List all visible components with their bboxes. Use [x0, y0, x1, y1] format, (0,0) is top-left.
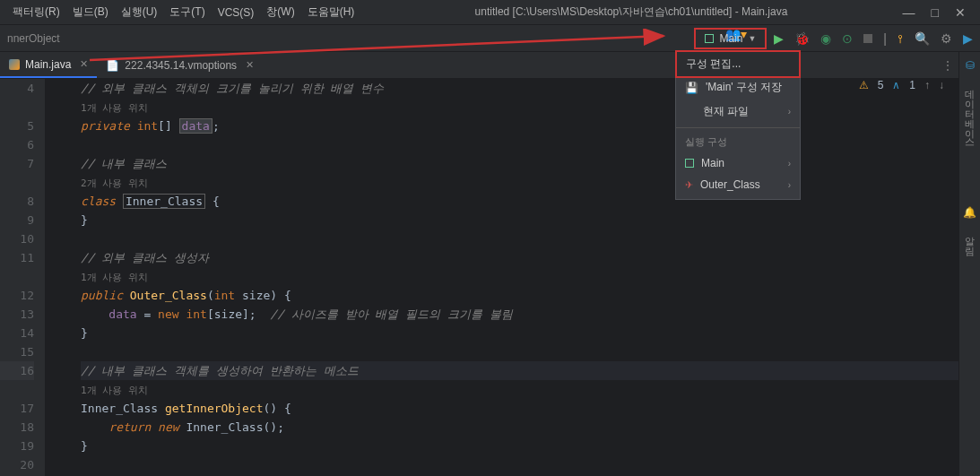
- keyword: private: [81, 119, 130, 133]
- close-icon[interactable]: ✕: [955, 5, 966, 20]
- more-icon[interactable]: ▶: [963, 31, 973, 46]
- down-icon[interactable]: ↓: [939, 79, 944, 91]
- class-name: Inner_Class: [123, 194, 205, 209]
- config-main-item[interactable]: Main ›: [676, 152, 800, 174]
- database-tool-icon[interactable]: ⛁: [966, 59, 975, 72]
- search-icon[interactable]: 🔍: [915, 31, 930, 46]
- usage-hint[interactable]: 1개 사용 위치: [81, 272, 148, 283]
- line-number[interactable]: 20: [0, 455, 34, 474]
- menu-tools[interactable]: 도구(T): [164, 1, 210, 23]
- line-number[interactable]: 7: [0, 154, 34, 173]
- run-config-dropdown: 구성 편집...: [675, 50, 801, 78]
- keyword: class: [81, 195, 116, 208]
- gutter[interactable]: 4 5 6 7 8 9 10 11 12 13 14 15 16 17 18 1…: [0, 79, 45, 476]
- stop-icon[interactable]: [863, 34, 872, 43]
- line-number[interactable]: 15: [0, 342, 34, 361]
- line-number[interactable]: 5: [0, 117, 34, 135]
- editor[interactable]: 4 5 6 7 8 9 10 11 12 13 14 15 16 17 18 1…: [0, 79, 980, 476]
- tab-main-java[interactable]: Main.java ✕: [0, 53, 97, 78]
- chevron-right-icon: ›: [788, 107, 791, 117]
- notifications-icon[interactable]: 🔔: [963, 206, 976, 219]
- menu-refactor[interactable]: 팩터링(R): [7, 1, 65, 23]
- text-file-icon: 📄: [106, 59, 119, 72]
- coverage-icon[interactable]: ◉: [820, 31, 831, 46]
- keyword: new: [158, 307, 178, 321]
- comment: // 사이즈를 받아 배열 필드의 크기를 불림: [270, 307, 513, 321]
- config-main-label: Main: [701, 157, 724, 169]
- usage-hint[interactable]: 1개 사용 위치: [81, 385, 148, 396]
- current-file-label: 현재 파일: [703, 104, 749, 119]
- run-config-selector[interactable]: Main ▼: [694, 28, 767, 49]
- field: data: [179, 118, 212, 134]
- line-number[interactable]: 10: [0, 229, 34, 248]
- line-number[interactable]: 18: [0, 418, 34, 437]
- run-config-dropdown-rest: 💾 'Main' 구성 저장 현재 파일 › 실행 구성 Main › ✈ Ou…: [675, 71, 801, 200]
- separator: [676, 127, 800, 128]
- line-number[interactable]: 16: [0, 361, 34, 380]
- method: Outer_Class: [130, 289, 207, 302]
- line-number: [0, 98, 34, 117]
- line-number[interactable]: 9: [0, 211, 34, 229]
- line-number[interactable]: 19: [0, 437, 34, 455]
- line-number[interactable]: 14: [0, 324, 34, 342]
- edit-config-label: 구성 편집...: [686, 56, 741, 72]
- usage-hint[interactable]: 2개 사용 위치: [81, 177, 148, 189]
- line-number[interactable]: 11: [0, 248, 34, 267]
- up-icon[interactable]: ↑: [924, 79, 930, 91]
- menu-window[interactable]: 창(W): [261, 1, 299, 23]
- application-icon: [685, 159, 694, 168]
- settings-icon[interactable]: ⚙: [941, 31, 952, 46]
- tab-label: Main.java: [25, 58, 71, 71]
- line-number[interactable]: 13: [0, 305, 34, 324]
- run-icon[interactable]: ▶: [774, 31, 784, 46]
- save-icon: 💾: [685, 82, 698, 94]
- config-outer-class-label: Outer_Class: [700, 178, 760, 191]
- save-config-item[interactable]: 💾 'Main' 구성 저장: [676, 75, 800, 100]
- menu-build[interactable]: 빌드(B): [67, 1, 114, 23]
- comment: // 내부 클래스: [81, 157, 167, 170]
- tab-options-icon[interactable]: ⋮: [942, 59, 953, 72]
- scratch-icon: ✈: [685, 179, 693, 191]
- config-outer-class-item[interactable]: ✈ Outer_Class ›: [676, 174, 800, 195]
- profile-icon[interactable]: ⊙: [842, 31, 853, 46]
- menu-run[interactable]: 실행(U): [116, 1, 163, 23]
- param: size: [242, 289, 270, 302]
- line-number[interactable]: 6: [0, 135, 34, 154]
- code-area[interactable]: // 외부 클래스 객체의 크기를 놀리기 위한 배열 변수 1개 사용 위치 …: [45, 79, 980, 476]
- maximize-icon[interactable]: □: [932, 5, 939, 20]
- usage-hint[interactable]: 1개 사용 위치: [81, 102, 148, 114]
- edit-config-item[interactable]: 구성 편집...: [677, 52, 799, 76]
- param: size: [214, 307, 242, 321]
- right-tool-strip: ⛁ 데이터베이스 🔔 알림: [958, 52, 980, 476]
- toolbar-row: nnerObject 👥▾ Main ▼ ▶ 🐞 ◉ ⊙ | ⫯ 🔍 ⚙ ▶: [0, 25, 980, 52]
- current-file-item[interactable]: 현재 파일 ›: [676, 100, 800, 124]
- database-tool-label[interactable]: 데이터베이스: [963, 82, 976, 142]
- line-number[interactable]: 8: [0, 192, 34, 211]
- minimize-icon[interactable]: —: [903, 5, 915, 20]
- window-title: untitled [C:\Users\MS\Desktop\자바연습\ch01\…: [361, 4, 900, 20]
- menu-help[interactable]: 도움말(H): [302, 1, 360, 23]
- git-icon[interactable]: ⫯: [898, 31, 904, 46]
- tab-close-icon[interactable]: ✕: [246, 59, 254, 71]
- chevron-right-icon: ›: [788, 180, 791, 190]
- tab-close-icon[interactable]: ✕: [80, 58, 88, 70]
- keyword: public: [81, 289, 123, 302]
- comment: // 외부 클래스 생성자: [81, 251, 209, 264]
- debug-icon[interactable]: 🐞: [794, 31, 810, 46]
- notifications-label[interactable]: 알림: [963, 229, 976, 249]
- type: int: [214, 289, 235, 302]
- inspection-widget[interactable]: ⚠5 ∧1 ↑ ↓: [859, 79, 944, 91]
- line-number[interactable]: 12: [0, 286, 34, 305]
- tab-vmoptions[interactable]: 📄 222.4345.14.vmoptions ✕: [97, 54, 263, 77]
- keyword: return new: [108, 420, 178, 434]
- line-number[interactable]: 17: [0, 399, 34, 418]
- editor-tabs: Main.java ✕ 📄 222.4345.14.vmoptions ✕ ⋮: [0, 52, 980, 79]
- field: data: [108, 307, 136, 321]
- save-config-label: 'Main' 구성 저장: [706, 80, 782, 95]
- line-number: [0, 173, 34, 192]
- menu-vcs[interactable]: VCS(S): [212, 3, 260, 22]
- line-number[interactable]: 4: [0, 79, 34, 98]
- type: int: [186, 307, 206, 321]
- tab-label: 222.4345.14.vmoptions: [125, 59, 237, 72]
- chevron-right-icon: ›: [788, 159, 791, 169]
